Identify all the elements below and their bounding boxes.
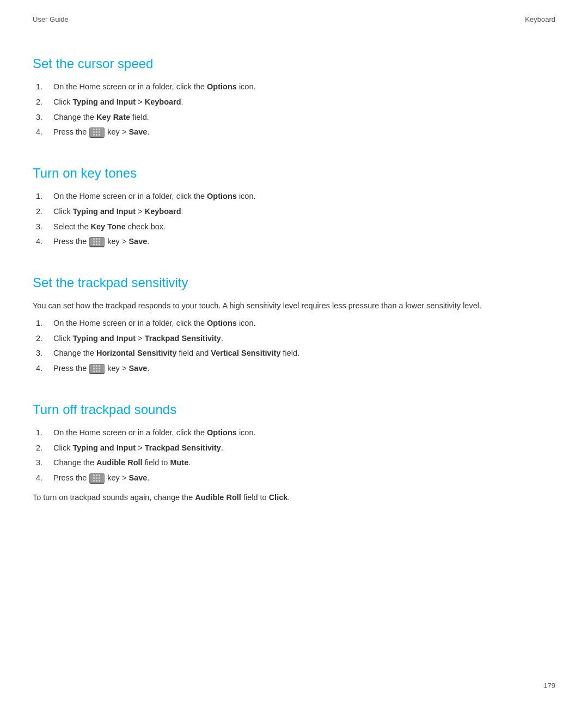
menu-key-icon <box>89 237 105 247</box>
section-title-trackpad-sensitivity: Set the trackpad sensitivity <box>33 275 555 290</box>
step-item: Change the Audible Roll field to Mute. <box>48 457 555 469</box>
step-item: Press the key > Save. <box>48 126 555 138</box>
steps-trackpad-sensitivity: On the Home screen or in a folder, click… <box>48 318 555 375</box>
step-item: Click Typing and Input > Trackpad Sensit… <box>48 442 555 454</box>
step-item: On the Home screen or in a folder, click… <box>48 318 555 330</box>
section-trackpad-sounds: Turn off trackpad sounds On the Home scr… <box>33 402 555 504</box>
steps-cursor-speed: On the Home screen or in a folder, click… <box>48 81 555 138</box>
section-key-tones: Turn on key tones On the Home screen or … <box>33 166 555 248</box>
step-item: On the Home screen or in a folder, click… <box>48 191 555 203</box>
section-title-cursor-speed: Set the cursor speed <box>33 56 555 71</box>
trackpad-sensitivity-intro: You can set how the trackpad responds to… <box>33 300 555 312</box>
step-item: Press the key > Save. <box>48 363 555 375</box>
section-trackpad-sensitivity: Set the trackpad sensitivity You can set… <box>33 275 555 375</box>
step-item: Press the key > Save. <box>48 236 555 248</box>
step-item: Change the Horizontal Sensitivity field … <box>48 348 555 360</box>
section-title-trackpad-sounds: Turn off trackpad sounds <box>33 402 555 417</box>
header-left: User Guide <box>33 15 69 23</box>
menu-key-icon <box>89 364 105 374</box>
menu-key-icon <box>89 473 105 484</box>
step-item: Change the Key Rate field. <box>48 112 555 124</box>
steps-trackpad-sounds: On the Home screen or in a folder, click… <box>48 427 555 484</box>
step-item: Select the Key Tone check box. <box>48 221 555 233</box>
step-item: Click Typing and Input > Keyboard. <box>48 206 555 218</box>
step-item: On the Home screen or in a folder, click… <box>48 81 555 93</box>
step-item: Press the key > Save. <box>48 472 555 484</box>
step-item: Click Typing and Input > Keyboard. <box>48 96 555 108</box>
step-item: Click Typing and Input > Trackpad Sensit… <box>48 333 555 345</box>
step-item: On the Home screen or in a folder, click… <box>48 427 555 439</box>
page-footer: 179 <box>543 681 555 690</box>
page-number: 179 <box>543 681 555 690</box>
trackpad-sounds-footer: To turn on trackpad sounds again, change… <box>33 492 555 504</box>
section-title-key-tones: Turn on key tones <box>33 166 555 181</box>
section-cursor-speed: Set the cursor speed On the Home screen … <box>33 56 555 138</box>
main-content: Set the cursor speed On the Home screen … <box>0 23 588 564</box>
menu-key-icon <box>89 127 105 138</box>
header-right: Keyboard <box>525 15 555 23</box>
page-header: User Guide Keyboard <box>0 0 588 23</box>
steps-key-tones: On the Home screen or in a folder, click… <box>48 191 555 248</box>
